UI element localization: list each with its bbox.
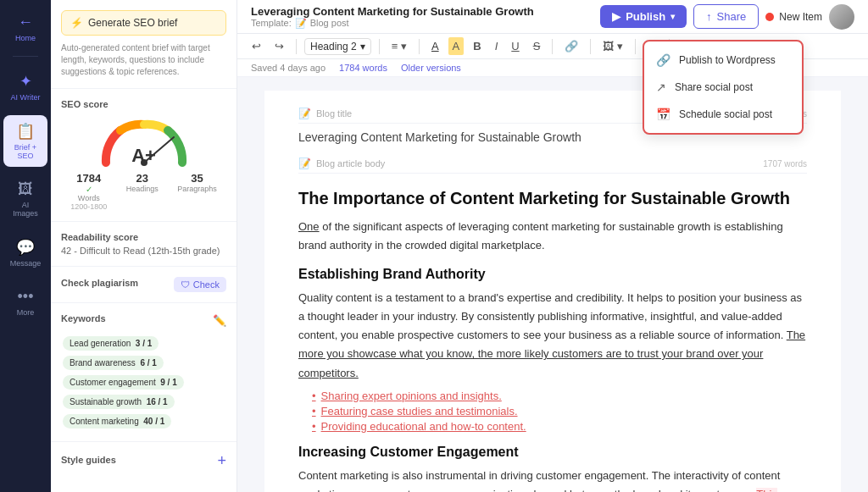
left-navigation: ← Home ✦ AI Writer 📋 Brief + SEO 🖼 AI Im… — [0, 0, 51, 492]
toolbar-separator — [379, 39, 380, 54]
bullet-item: • Featuring case studies and testimonial… — [312, 405, 807, 417]
highlight-button[interactable]: A — [448, 37, 465, 55]
edit-keywords-icon[interactable]: ✏️ — [213, 314, 226, 327]
new-item-badge: New Item — [765, 11, 822, 23]
top-bar-actions: ▶ Publish ▾ 🔗 Publish to Wordpress ↗ Sha… — [600, 4, 854, 30]
publish-chevron-icon: ▾ — [670, 12, 675, 21]
words-stat: 1784 ✓ Words 1200-1800 — [70, 172, 107, 211]
align-button[interactable]: ≡ ▾ — [387, 37, 411, 55]
ai-images-icon: 🖼 — [18, 180, 33, 198]
keyword-tag[interactable]: Brand awareness 6 / 1 — [63, 356, 164, 370]
section1-bullets: • Sharing expert opinions and insights. … — [298, 390, 807, 433]
seo-score-title: SEO score — [61, 99, 226, 109]
text-color-button[interactable]: A — [427, 37, 443, 55]
italic-button[interactable]: I — [491, 37, 503, 55]
saved-status: Saved 4 days ago — [251, 63, 326, 73]
document-template: Template: 📝 Blog post — [251, 18, 534, 29]
seo-gauge: A+ — [61, 116, 226, 167]
nav-more[interactable]: ••• More — [3, 281, 47, 323]
nav-divider — [13, 56, 38, 57]
share-icon: ↗ — [656, 80, 666, 94]
schedule-social-item[interactable]: 📅 Schedule social post — [644, 101, 802, 128]
keywords-section: Keywords ✏️ Lead generation 3 / 1 Brand … — [51, 303, 236, 442]
toolbar-separator — [296, 39, 297, 54]
keyword-tag[interactable]: Content marketing 40 / 1 — [63, 414, 171, 428]
publish-dropdown: 🔗 Publish to Wordpress ↗ Share social po… — [643, 40, 804, 135]
heading-selector[interactable]: Heading 2 ▾ — [304, 38, 371, 55]
seo-panel: ⚡ Generate SEO brief Auto-generated cont… — [51, 0, 237, 492]
undo-button[interactable]: ↩ — [248, 37, 265, 55]
red-dot-icon — [765, 13, 774, 21]
nav-message[interactable]: 💬 Message — [3, 231, 47, 274]
ai-writer-icon: ✦ — [19, 72, 32, 91]
add-style-guide-icon[interactable]: + — [217, 452, 226, 470]
older-versions-link[interactable]: Older versions — [401, 63, 461, 73]
blog-title-icon: 📝 — [298, 108, 311, 119]
seo-score-section: SEO score A+ — [51, 89, 236, 222]
style-guides-section: Style guides + — [51, 442, 236, 480]
main-heading[interactable]: The Importance of Content Marketing for … — [298, 187, 807, 209]
headings-stat: 23 Headings — [126, 172, 159, 211]
editor-page: 📝 Blog title 6 words Leveraging Content … — [264, 91, 841, 492]
section2-para1: Content marketing is also instrumental i… — [298, 467, 807, 492]
chevron-down-icon: ▾ — [360, 41, 365, 53]
share-social-item[interactable]: ↗ Share social post — [644, 74, 802, 101]
nav-home[interactable]: ← Home — [3, 8, 47, 47]
toolbar-separator — [635, 39, 636, 54]
link-button[interactable]: 🔗 — [560, 37, 582, 55]
generate-seo-brief-button[interactable]: ⚡ Generate SEO brief — [61, 10, 226, 36]
toolbar-separator — [590, 39, 591, 54]
nav-ai-writer[interactable]: ✦ AI Writer — [3, 65, 47, 108]
keyword-tag[interactable]: Sustainable growth 16 / 1 — [63, 395, 175, 409]
publish-button[interactable]: ▶ Publish ▾ — [600, 5, 687, 28]
check-plagiarism-button[interactable]: 🛡 Check — [174, 277, 226, 292]
word-count: 1784 words — [339, 63, 387, 73]
wordpress-icon: 🔗 — [656, 53, 670, 67]
section2-heading[interactable]: Increasing Customer Engagement — [298, 445, 807, 460]
strikethrough-button[interactable]: S — [529, 37, 545, 55]
calendar-icon: 📅 — [656, 108, 670, 121]
toolbar-separator — [419, 39, 420, 54]
bullet-item: • Providing educational and how-to conte… — [312, 420, 807, 433]
keyword-tag[interactable]: Customer engagement 9 / 1 — [63, 375, 184, 390]
readability-section: Readability score 42 - Difficult to Read… — [51, 222, 236, 267]
nav-ai-images[interactable]: 🖼 AI Images — [3, 174, 47, 224]
publish-arrow-icon: ▶ — [612, 10, 620, 23]
keyword-tag[interactable]: Lead generation 3 / 1 — [63, 336, 159, 351]
underline-button[interactable]: U — [507, 37, 523, 55]
section1-heading[interactable]: Establishing Brand Authority — [298, 267, 807, 282]
toolbar-separator — [552, 39, 553, 54]
user-avatar[interactable] — [829, 4, 854, 30]
brief-seo-icon: 📋 — [16, 122, 35, 141]
plagiarism-section: Check plagiarism 🛡 Check — [51, 267, 236, 303]
bullet-item: • Sharing expert opinions and insights. — [312, 390, 807, 402]
seo-stats: 1784 ✓ Words 1200-1800 23 Headings 35 Pa… — [61, 172, 226, 211]
keywords-list: Lead generation 3 / 1 Brand awareness 6 … — [61, 334, 226, 431]
publish-wordpress-item[interactable]: 🔗 Publish to Wordpress — [644, 47, 802, 74]
document-title: Leveraging Content Marketing for Sustain… — [251, 5, 534, 18]
document-info: Leveraging Content Marketing for Sustain… — [251, 5, 534, 29]
section1-para1: Quality content is a testament to a bran… — [298, 289, 807, 382]
share-button[interactable]: ↑ Share — [693, 4, 759, 29]
nav-brief-seo[interactable]: 📋 Brief + SEO — [3, 115, 47, 167]
redo-button[interactable]: ↪ — [270, 37, 288, 55]
intro-paragraph: One of the significant aspects of levera… — [298, 218, 807, 255]
seo-brief-description: Auto-generated content brief with target… — [61, 42, 226, 78]
paragraphs-stat: 35 Paragraphs — [177, 172, 217, 211]
message-icon: 💬 — [16, 238, 35, 257]
seo-header: ⚡ Generate SEO brief Auto-generated cont… — [51, 0, 236, 89]
top-bar: Leveraging Content Marketing for Sustain… — [237, 0, 868, 34]
article-body-icon: 📝 — [298, 158, 311, 169]
readability-score: 42 - Difficult to Read (12th-15th grade) — [61, 246, 226, 256]
lightning-icon: ⚡ — [70, 17, 83, 29]
more-icon: ••• — [18, 288, 34, 306]
editor-area[interactable]: 📝 Blog title 6 words Leveraging Content … — [237, 77, 868, 492]
blog-post-icon: 📝 — [295, 18, 307, 29]
shield-icon: 🛡 — [181, 279, 190, 290]
share-upload-icon: ↑ — [706, 10, 712, 23]
bold-button[interactable]: B — [469, 37, 485, 55]
image-button[interactable]: 🖼 ▾ — [598, 37, 627, 55]
article-body-label: 📝 Blog article body 1707 words — [298, 158, 807, 174]
keywords-header: Keywords ✏️ — [61, 313, 226, 327]
article-body-block: 📝 Blog article body 1707 words The Impor… — [298, 158, 807, 492]
